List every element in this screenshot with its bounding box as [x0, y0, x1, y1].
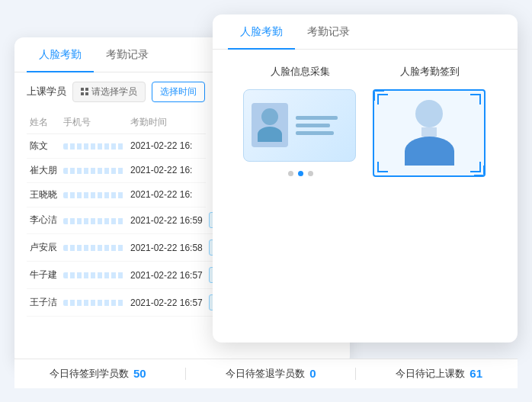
id-avatar	[252, 103, 288, 147]
phone-mask	[63, 300, 124, 306]
face-collection-title: 人脸信息采集	[243, 65, 357, 79]
student-label: 上课学员	[27, 85, 66, 98]
status-label-checkin: 今日待签到学员数	[50, 367, 129, 381]
col-time: 考勤时间	[127, 111, 206, 134]
status-item-class: 今日待记上课数 61	[396, 367, 482, 381]
face-collection-section: 人脸信息采集	[243, 65, 357, 177]
corner-bl-icon	[377, 162, 388, 172]
phone-mask	[63, 192, 124, 198]
id-line-1	[296, 116, 338, 120]
front-card-body: 人脸信息采集	[213, 50, 518, 192]
status-num-class: 61	[470, 367, 482, 380]
dot-3[interactable]	[308, 171, 313, 176]
status-divider-2	[355, 368, 356, 380]
status-bar: 今日待签到学员数 50 今日待签退学员数 0 今日待记上课数 61	[14, 359, 518, 388]
person-head	[415, 100, 443, 127]
phone-mask	[63, 245, 124, 251]
person-neck	[421, 127, 437, 137]
col-name: 姓名	[27, 111, 60, 134]
col-phone: 手机号	[60, 111, 127, 134]
face-attendance-section: 人脸考勤签到	[373, 65, 487, 177]
tab-face-attendance-back[interactable]: 人脸考勤	[27, 37, 94, 72]
corner-tl-icon	[377, 94, 388, 105]
id-lines	[296, 116, 348, 135]
select-time-btn[interactable]: 选择时间	[152, 82, 205, 102]
phone-mask	[63, 168, 124, 174]
grid-icon	[81, 88, 88, 95]
id-line-2	[296, 124, 330, 127]
face-sections: 人脸信息采集	[228, 65, 502, 177]
corner-tr-icon	[470, 94, 481, 105]
face-scan-frame[interactable]	[373, 89, 486, 177]
status-num-checkin: 50	[133, 367, 146, 380]
carousel-dots	[243, 171, 357, 176]
face-attendance-title: 人脸考勤签到	[373, 65, 487, 79]
dot-2[interactable]	[298, 171, 303, 176]
avatar-body	[258, 127, 282, 142]
person-body	[405, 137, 454, 166]
id-line-3	[296, 131, 334, 135]
status-divider-1	[185, 368, 186, 380]
avatar-head	[261, 108, 278, 125]
face-person	[405, 100, 454, 166]
corner-br-icon	[470, 162, 481, 172]
phone-mask	[63, 272, 124, 278]
status-label-checkout: 今日待签退学员数	[226, 367, 305, 381]
tab-attendance-record-back[interactable]: 考勤记录	[94, 37, 161, 72]
front-card-tabs: 人脸考勤 考勤记录	[213, 14, 518, 50]
tab-face-attendance-front[interactable]: 人脸考勤	[228, 14, 295, 50]
front-card: 人脸考勤 考勤记录 人脸信息采集	[213, 14, 518, 343]
status-item-checkout: 今日待签退学员数 0	[226, 367, 316, 381]
status-num-checkout: 0	[309, 367, 316, 380]
phone-mask	[63, 143, 124, 150]
tab-attendance-record-front[interactable]: 考勤记录	[295, 14, 362, 50]
dot-1[interactable]	[288, 171, 293, 176]
select-student-btn[interactable]: 请选择学员	[72, 82, 146, 102]
status-item-checkin: 今日待签到学员数 50	[50, 367, 146, 381]
phone-mask	[63, 218, 124, 224]
status-label-class: 今日待记上课数	[396, 367, 465, 381]
face-id-card[interactable]	[243, 89, 356, 162]
